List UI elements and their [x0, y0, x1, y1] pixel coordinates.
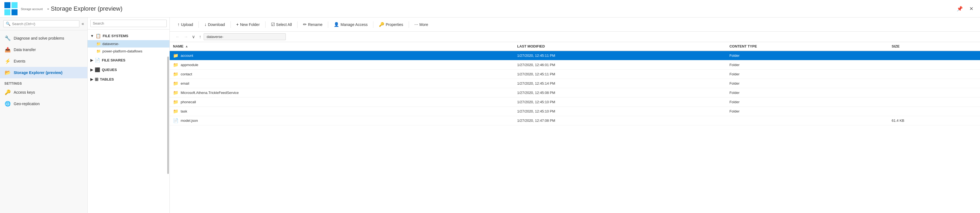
- col-lastmodified-header[interactable]: LAST MODIFIED: [514, 42, 726, 51]
- file-modified-cell-task: 1/27/2020, 12:45:10 PM: [514, 107, 726, 116]
- tree-section-file-shares: ▶ 📄 FILE SHARES: [88, 56, 169, 65]
- tree-content: ▼ 📋 FILE SYSTEMS📁 dataverse-📁 power-plat…: [88, 30, 169, 213]
- table-row[interactable]: 📄 model.json 1/27/2020, 12:47:08 PM 61.4…: [170, 116, 980, 125]
- tree-search-input[interactable]: [90, 20, 167, 27]
- nav-icon-data-transfer: 📤: [5, 47, 11, 53]
- properties-icon: 🔑: [379, 22, 384, 27]
- sidebar-collapse-button[interactable]: «: [81, 21, 84, 26]
- sidebar-item-diagnose[interactable]: 🔧 Diagnose and solve problems: [0, 33, 88, 44]
- file-type-cell-contact: Folder: [726, 69, 889, 79]
- sidebar-search[interactable]: 🔍: [3, 20, 80, 27]
- table-row[interactable]: 📁 Microsoft.Athena.TrickleFeedService 1/…: [170, 88, 980, 98]
- file-icon-model-json: 📄: [173, 118, 178, 123]
- nav-icon-events: ⚡: [5, 58, 11, 64]
- properties-button[interactable]: 🔑 Properties: [375, 20, 407, 29]
- file-name-cell-contact: 📁 contact: [170, 69, 514, 79]
- rename-icon: ✏: [303, 22, 307, 27]
- breadcrumb-down-button[interactable]: ∨: [191, 33, 197, 40]
- table-row[interactable]: 📁 email 1/27/2020, 12:45:14 PM Folder: [170, 79, 980, 88]
- tree-section-header-tables[interactable]: ▶ ⊞ TABLES: [88, 75, 169, 84]
- manage-access-button[interactable]: 👤 Manage Access: [331, 20, 371, 29]
- tree-section-expand-file-systems: ▼: [90, 34, 94, 38]
- col-name-header[interactable]: NAME ∧: [170, 42, 514, 51]
- properties-label: Properties: [386, 22, 403, 27]
- breadcrumb-bar: ← → ∨ ↑ dataverse-: [170, 32, 980, 42]
- more-icon: ···: [414, 22, 418, 27]
- file-modified-cell-athena: 1/27/2020, 12:45:08 PM: [514, 88, 726, 98]
- file-name-account: account: [181, 54, 193, 58]
- download-label: Download: [208, 22, 225, 27]
- sidebar-item-label-diagnose: Diagnose and solve problems: [14, 36, 64, 40]
- file-size-cell-account: [888, 51, 980, 60]
- close-button[interactable]: ✕: [967, 5, 975, 13]
- breadcrumb-up-button[interactable]: ↑: [198, 33, 202, 40]
- title-bar: Storage account - Storage Explorer (prev…: [0, 0, 980, 17]
- table-row[interactable]: 📁 phonecall 1/27/2020, 12:45:10 PM Folde…: [170, 98, 980, 107]
- file-name-cell-athena: 📁 Microsoft.Athena.TrickleFeedService: [170, 88, 514, 98]
- file-size-cell-task: [888, 107, 980, 116]
- table-row[interactable]: 📁 appmodule 1/27/2020, 12:46:01 PM Folde…: [170, 60, 980, 69]
- tree-section-header-queues[interactable]: ▶ ⬛ QUEUES: [88, 66, 169, 74]
- file-type-cell-appmodule: Folder: [726, 60, 889, 69]
- tree-item-power-platform[interactable]: 📁 power-platform-dataflows: [88, 47, 169, 55]
- file-name-appmodule: appmodule: [181, 63, 198, 67]
- file-modified-cell-email: 1/27/2020, 12:45:14 PM: [514, 79, 726, 88]
- tree-section-header-file-shares[interactable]: ▶ 📄 FILE SHARES: [88, 56, 169, 65]
- tree-section-header-file-systems[interactable]: ▼ 📋 FILE SYSTEMS: [88, 32, 169, 40]
- file-type-cell-phonecall: Folder: [726, 98, 889, 107]
- tree-section-queues: ▶ ⬛ QUEUES: [88, 66, 169, 74]
- breadcrumb-forward-button[interactable]: →: [182, 33, 189, 40]
- sidebar-item-data-transfer[interactable]: 📤 Data transfer: [0, 44, 88, 55]
- main-layout: 🔍 « 🔧 Diagnose and solve problems📤 Data …: [0, 17, 980, 213]
- sidebar-item-label-data-transfer: Data transfer: [14, 47, 36, 52]
- file-name-cell-phonecall: 📁 phonecall: [170, 98, 514, 107]
- file-size-cell-email: [888, 79, 980, 88]
- file-size-cell-athena: [888, 88, 980, 98]
- table-row[interactable]: 📁 account 1/27/2020, 12:45:11 PM Folder: [170, 51, 980, 60]
- tree-item-icon-power-platform: 📁: [96, 49, 101, 53]
- rename-button[interactable]: ✏ Rename: [300, 20, 326, 29]
- toolbar-separator-4: [328, 21, 328, 28]
- app-title: - Storage Explorer (preview): [47, 5, 955, 12]
- file-name-task: task: [181, 109, 187, 113]
- file-table: NAME ∧ LAST MODIFIED CONTENT TYPE SIZE 📁…: [170, 42, 980, 213]
- new-folder-button[interactable]: + New Folder: [233, 21, 263, 29]
- tree-section-label-file-shares: FILE SHARES: [102, 58, 126, 62]
- sidebar-search-input[interactable]: [12, 22, 77, 26]
- select-all-label: Select All: [276, 22, 292, 27]
- breadcrumb-back-button[interactable]: ←: [174, 33, 181, 40]
- download-button[interactable]: ↓ Download: [201, 21, 228, 29]
- file-type-cell-athena: Folder: [726, 88, 889, 98]
- table-row[interactable]: 📁 task 1/27/2020, 12:45:10 PM Folder: [170, 107, 980, 116]
- pin-button[interactable]: 📌: [955, 5, 965, 13]
- col-size-header[interactable]: SIZE: [888, 42, 980, 51]
- file-size-cell-model-json: 61.4 KB: [888, 116, 980, 125]
- toolbar-separator-2: [265, 21, 266, 28]
- tree-section-label-file-systems: FILE SYSTEMS: [103, 34, 128, 38]
- title-bar-actions: 📌 ✕: [955, 5, 975, 13]
- tree-section-expand-file-shares: ▶: [90, 58, 93, 62]
- upload-button[interactable]: ↑ Upload: [174, 21, 196, 29]
- table-row[interactable]: 📁 contact 1/27/2020, 12:45:11 PM Folder: [170, 69, 980, 79]
- sidebar-item-access-keys[interactable]: 🔑 Access keys: [0, 87, 88, 98]
- svg-rect-3: [11, 9, 18, 15]
- file-name-cell-appmodule: 📁 appmodule: [170, 60, 514, 69]
- more-button[interactable]: ··· More: [411, 21, 431, 29]
- file-icon-task: 📁: [173, 109, 178, 114]
- col-contenttype-header[interactable]: CONTENT TYPE: [726, 42, 889, 51]
- file-modified-cell-account: 1/27/2020, 12:45:11 PM: [514, 51, 726, 60]
- nav-icon-storage-explorer: 📂: [5, 69, 11, 76]
- sidebar-item-label-events: Events: [14, 59, 25, 63]
- file-name-contact: contact: [181, 72, 192, 76]
- manage-access-icon: 👤: [334, 22, 339, 27]
- download-icon: ↓: [204, 22, 207, 27]
- sidebar-item-geo-replication[interactable]: 🌐 Geo-replication: [0, 98, 88, 109]
- svg-rect-2: [5, 9, 10, 15]
- file-name-cell-model-json: 📄 model.json: [170, 116, 514, 125]
- rename-label: Rename: [308, 22, 323, 27]
- sidebar-item-storage-explorer[interactable]: 📂 Storage Explorer (preview): [0, 67, 88, 78]
- select-all-button[interactable]: ☑ Select All: [268, 20, 295, 29]
- tree-scroll-indicator[interactable]: [167, 57, 169, 174]
- tree-item-dataverse[interactable]: 📁 dataverse-: [88, 40, 169, 47]
- sidebar-item-events[interactable]: ⚡ Events: [0, 55, 88, 67]
